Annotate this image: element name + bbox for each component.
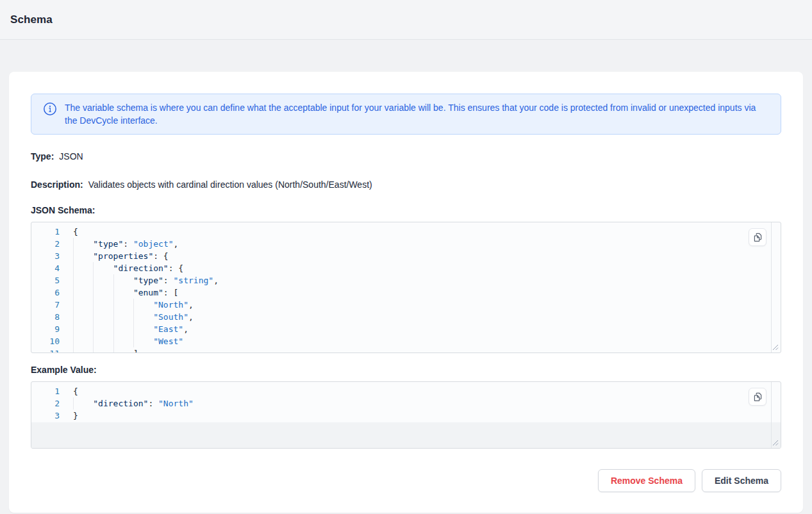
json-schema-label: JSON Schema: bbox=[31, 204, 781, 217]
code-line: 1{ bbox=[31, 226, 781, 238]
line-number: 6 bbox=[31, 286, 60, 299]
line-number: 7 bbox=[31, 299, 60, 311]
line-number: 8 bbox=[31, 311, 60, 323]
line-number: 3 bbox=[31, 410, 60, 422]
line-number: 11 bbox=[31, 347, 60, 353]
code-line: 4"direction": { bbox=[31, 262, 781, 274]
code-line: 1{ bbox=[31, 385, 781, 397]
line-number: 1 bbox=[31, 226, 60, 238]
copy-icon bbox=[752, 232, 763, 243]
line-number: 2 bbox=[31, 397, 60, 410]
type-value: JSON bbox=[59, 151, 83, 162]
resize-grip[interactable] bbox=[772, 344, 779, 351]
info-alert: The variable schema is where you can def… bbox=[31, 94, 781, 135]
code-line: 3"properties": { bbox=[31, 250, 781, 262]
code-line: 7"North", bbox=[31, 299, 781, 311]
line-number: 4 bbox=[31, 262, 60, 274]
code-line: 5"type": "string", bbox=[31, 274, 781, 286]
code-line: 6"enum": [ bbox=[31, 286, 781, 299]
code-line: 11] bbox=[31, 347, 781, 353]
line-number: 1 bbox=[31, 385, 60, 397]
code-line: 2"type": "object", bbox=[31, 238, 781, 250]
info-circle-icon bbox=[43, 102, 57, 119]
editor-empty-area bbox=[31, 422, 781, 448]
line-number: 10 bbox=[31, 335, 60, 347]
resize-grip[interactable] bbox=[772, 440, 779, 446]
code-line: 10"West" bbox=[31, 335, 781, 347]
type-field: Type:JSON bbox=[31, 150, 781, 163]
description-field: Description:Validates objects with cardi… bbox=[31, 178, 781, 191]
edit-schema-button[interactable]: Edit Schema bbox=[702, 469, 781, 492]
page-header: Schema bbox=[0, 0, 812, 40]
code-line: 3} bbox=[31, 410, 781, 422]
remove-schema-button[interactable]: Remove Schema bbox=[598, 469, 695, 492]
copy-example-button[interactable] bbox=[749, 388, 766, 406]
line-number: 9 bbox=[31, 323, 60, 335]
code-line: 2"direction": "North" bbox=[31, 397, 781, 410]
copy-schema-button[interactable] bbox=[749, 228, 766, 246]
code-line: 9"East", bbox=[31, 323, 781, 335]
line-number: 3 bbox=[31, 250, 60, 262]
page-title: Schema bbox=[10, 13, 53, 26]
action-buttons-row: Remove Schema Edit Schema bbox=[31, 469, 781, 492]
json-schema-editor[interactable]: 1{2"type": "object",3"properties": {4"di… bbox=[31, 222, 781, 353]
schema-card: The variable schema is where you can def… bbox=[9, 72, 803, 513]
type-label: Type: bbox=[31, 151, 54, 162]
copy-icon bbox=[752, 392, 763, 402]
line-number: 5 bbox=[31, 274, 60, 286]
description-label: Description: bbox=[31, 179, 83, 190]
code-line: 8"South", bbox=[31, 311, 781, 323]
example-value-editor[interactable]: 1{2"direction": "North"3} bbox=[31, 381, 781, 449]
description-value: Validates objects with cardinal directio… bbox=[88, 179, 372, 190]
info-alert-text: The variable schema is where you can def… bbox=[65, 101, 769, 127]
line-number: 2 bbox=[31, 238, 60, 250]
example-value-label: Example Value: bbox=[31, 363, 781, 376]
